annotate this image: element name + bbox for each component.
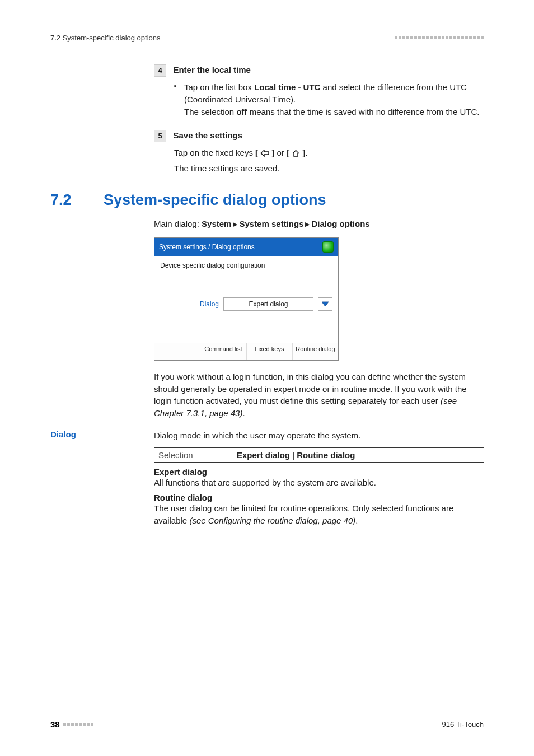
expert-dialog-head: Expert dialog (154, 467, 484, 477)
selection-value-a: Expert dialog (237, 450, 290, 460)
screenshot-title: System settings / Dialog options (159, 243, 255, 251)
selection-values: Expert dialog | Routine dialog (232, 447, 484, 462)
dialog-select-arrow[interactable] (318, 297, 332, 311)
screenshot-dialog-label: Dialog (160, 300, 219, 308)
screenshot-btn-spacer (154, 343, 200, 360)
page-number: 38 (50, 720, 60, 729)
command-list-button[interactable]: Command list (200, 343, 246, 360)
section-title: System-specific dialog options (104, 192, 326, 209)
section-number: 7.2 (50, 192, 104, 209)
step-4-number: 4 (154, 64, 166, 77)
step-5-line1-post: . (305, 148, 307, 157)
dialog-screenshot: System settings / Dialog options Device … (154, 237, 339, 361)
routine-dialog-text: The user dialog can be limited for routi… (154, 502, 484, 527)
screenshot-config-label: Device specific dialog configuration (160, 262, 332, 269)
breadcrumb-c: Dialog options (311, 219, 369, 228)
dialog-sidehead: Dialog (50, 430, 148, 439)
intro-paragraph-pre: If you work without a login function, in… (154, 372, 467, 406)
step-4-line2-pre: The selection (184, 107, 236, 116)
chevron-down-icon (321, 301, 329, 307)
breadcrumb-b: System settings (239, 219, 303, 228)
home-icon (292, 150, 300, 157)
routine-dialog-text-post: . (355, 516, 358, 525)
step-5-line1-mid: or (274, 148, 287, 157)
svg-marker-0 (322, 302, 329, 306)
header-left: 7.2 System-specific dialog options (50, 34, 161, 42)
selection-label: Selection (154, 447, 232, 462)
routine-dialog-head: Routine dialog (154, 493, 484, 502)
dialog-select[interactable]: Expert dialog (223, 297, 313, 311)
dialog-intro: Dialog mode in which the user may operat… (154, 430, 484, 442)
step-5-line2: The time settings are saved. (174, 162, 484, 175)
step-4-bullet: Tap on the list box Local time - UTC and… (174, 81, 484, 118)
breadcrumb-prefix: Main dialog: (154, 219, 202, 228)
selection-value-b: Routine dialog (297, 450, 355, 460)
step-4-bullet-pre: Tap on the list box (184, 82, 254, 92)
step-5-number: 5 (154, 130, 166, 142)
breadcrumb: Main dialog: System▶System settings▶Dial… (154, 219, 484, 228)
step-4-bullet-bold: Local time - UTC (254, 82, 320, 92)
selection-table: Selection Expert dialog | Routine dialog (154, 447, 484, 463)
breadcrumb-a: System (202, 219, 231, 228)
fixed-keys-button[interactable]: Fixed keys (246, 343, 292, 360)
step-5-line1: Tap on the fixed keys [ ] or [ ]. (174, 147, 484, 159)
routine-dialog-button[interactable]: Routine dialog (292, 343, 338, 360)
intro-paragraph-post: . (242, 408, 245, 418)
footer-ticks (63, 723, 93, 726)
routine-dialog-text-ref: (see Configuring the routine dialog, pag… (189, 516, 355, 525)
screenshot-status-icon[interactable] (322, 241, 334, 253)
step-4-title: Enter the local time (173, 65, 250, 74)
intro-paragraph: If you work without a login function, in… (154, 371, 484, 419)
back-arrow-icon (260, 150, 269, 157)
step-4-line2-bold: off (236, 107, 247, 116)
step-5-line1-pre: Tap on the fixed keys (174, 148, 255, 157)
selection-sep: | (290, 450, 297, 460)
step-4-line2-post: means that the time is saved with no dif… (247, 107, 480, 116)
step-5-title: Save the settings (173, 130, 242, 140)
header-ticks (395, 36, 484, 39)
expert-dialog-text: All functions that are supported by the … (154, 477, 484, 489)
footer-product: 916 Ti-Touch (442, 720, 484, 729)
dialog-select-value: Expert dialog (249, 300, 288, 308)
